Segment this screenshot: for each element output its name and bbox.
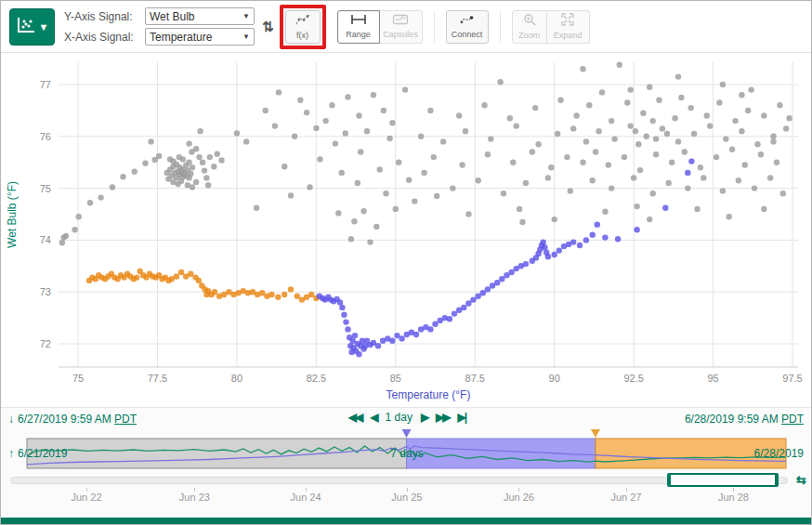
scatter-point-blue-condition [399,335,404,341]
scatter-point-blue-condition [452,310,457,316]
scatter-point-blue-condition [595,222,600,228]
x-axis-signal-select[interactable]: Temperature ▼ [145,28,255,46]
scatter-point-blue-condition [485,286,491,292]
scatter-point-unselected-data [685,185,690,190]
scatter-point-blue-condition [542,244,547,250]
scatter-point-unselected-data [675,73,681,79]
scatter-point-unselected-data [535,141,541,147]
scatter-point-unselected-data [377,166,383,172]
scatter-point-unselected-data [739,92,744,98]
scatter-point-unselected-data [624,99,630,105]
y-axis-signal-value: Wet Bulb [150,10,194,23]
scatter-point-unselected-data [545,175,551,180]
scatter-point-blue-condition [427,326,433,332]
scatter-point-unselected-data [167,156,173,162]
scatter-point-unselected-data [243,138,249,144]
scatter-point-unselected-data [373,224,379,230]
scatter-point-unselected-data [120,174,125,179]
scatter-point-unselected-data [72,227,77,232]
scatter-point-blue-condition [557,247,562,253]
scatter-point-unselected-data [360,208,366,214]
scatter-point-unselected-data [196,154,202,160]
y-tick-label: 77 [40,79,51,90]
step-size-label[interactable]: 1 day [386,411,413,424]
scatter-point-unselected-data [507,115,513,121]
display-range-end[interactable]: 6/28/2019 9:59 AM PDT [685,413,804,426]
scatter-chart-area[interactable]: 7577.58082.58587.59092.59597.57273747576… [1,53,812,407]
time-range-pane: ↓6/27/2019 9:59 AM PDT ◀◀ ◀ 1 day ▶ ▶▶ ▶… [1,407,812,525]
scatter-point-unselected-data [304,110,309,115]
timeline-scrollbar-selection[interactable] [667,473,779,487]
scatter-point-unselected-data [586,102,592,108]
step-fast-backward-button[interactable]: ◀◀ [348,411,361,424]
scatter-point-unselected-data [431,154,437,160]
scatter-point-unselected-data [517,206,522,212]
scrollbar-expand-icon[interactable]: ⇆ [796,473,806,487]
scatter-point-blue-condition [465,300,471,306]
scatter-point-unselected-data [714,154,719,160]
range-capsules-group: Range Capsules [337,10,423,44]
scatter-point-unselected-data [672,115,677,121]
scatter-point-unselected-data [742,162,748,167]
scatter-point-unselected-data [729,147,735,152]
fx-button[interactable]: f(x) [285,10,321,44]
scatter-point-unselected-data [234,130,240,136]
scatter-point-unselected-data [418,134,424,139]
scatter-point-unselected-data [450,185,455,190]
scatter-point-unselected-data [329,102,334,108]
scatter-point-unselected-data [440,138,446,144]
step-fast-forward-button[interactable]: ▶▶ [436,411,449,424]
scatter-point-unselected-data [421,170,426,176]
scatter-point-unselected-data [767,175,773,180]
scatter-point-unselected-data [564,154,570,160]
step-to-end-button[interactable]: ▶| [458,411,466,424]
investigate-range-start[interactable]: ↑6/21/2019 [8,447,67,460]
scatter-point-orange-condition [174,273,179,279]
scatter-point-unselected-data [650,118,656,124]
zoom-button[interactable]: Zoom [512,10,547,44]
scatter-plot-view-button[interactable]: ▼ [9,8,55,46]
display-range-start[interactable]: ↓6/27/2019 9:59 AM PDT [8,413,137,426]
scatter-point-unselected-data [745,108,751,113]
scatter-point-blue-condition [339,305,345,310]
investigate-range-end[interactable]: 6/28/2019 [754,447,804,460]
timezone-link[interactable]: PDT [781,413,804,426]
y-axis-signal-select[interactable]: Wet Bulb ▼ [145,7,255,25]
range-button[interactable]: Range [337,10,380,44]
scatter-chart[interactable]: 7577.58082.58587.59092.59597.57273747576… [1,53,812,407]
investigate-range-duration[interactable]: 7 days [390,447,423,460]
scatter-point-unselected-data [406,177,412,183]
y-tick-label: 74 [40,234,51,245]
step-backward-button[interactable]: ◀ [370,411,376,424]
scatter-point-unselected-data [666,180,672,186]
scatter-point-unselected-data [190,184,195,190]
caret-down-icon: ▼ [242,33,250,41]
date-axis-label: Jun 23 [179,492,210,503]
capsules-button[interactable]: Capsules [380,10,423,44]
axis-selectors: Y-Axis Signal: Wet Bulb ▼ X-Axis Signal:… [64,7,255,46]
zoom-expand-group: Zoom Expand [512,10,590,44]
scatter-point-blue-condition [447,316,452,322]
x-tick-label: 75 [72,373,84,384]
connect-button[interactable]: Connect [446,10,489,44]
step-forward-button[interactable]: ▶ [421,411,427,424]
scatter-chart-icon [16,16,36,37]
timezone-link[interactable]: PDT [114,413,137,426]
scatter-point-unselected-data [202,167,207,173]
scatter-point-unselected-data [530,149,535,154]
scatter-point-blue-condition [499,276,504,282]
scatter-point-unselected-data [351,218,357,224]
scatter-point-unselected-data [761,112,766,118]
scatter-point-unselected-data [110,184,115,190]
y-axis-title: Wet Bulb (°F) [6,181,19,248]
scatter-point-unselected-data [555,131,560,137]
expand-button[interactable]: Expand [547,10,590,44]
scatter-point-unselected-data [723,136,728,141]
scatter-point-unselected-data [345,94,350,99]
scatter-point-blue-condition [341,312,347,318]
scatter-point-blue-condition [375,343,381,348]
scatter-point-unselected-data [459,162,465,167]
scatter-point-unselected-data [637,167,643,173]
swap-axes-button[interactable]: ⇅ [260,17,276,37]
scatter-point-unselected-data [783,125,789,131]
